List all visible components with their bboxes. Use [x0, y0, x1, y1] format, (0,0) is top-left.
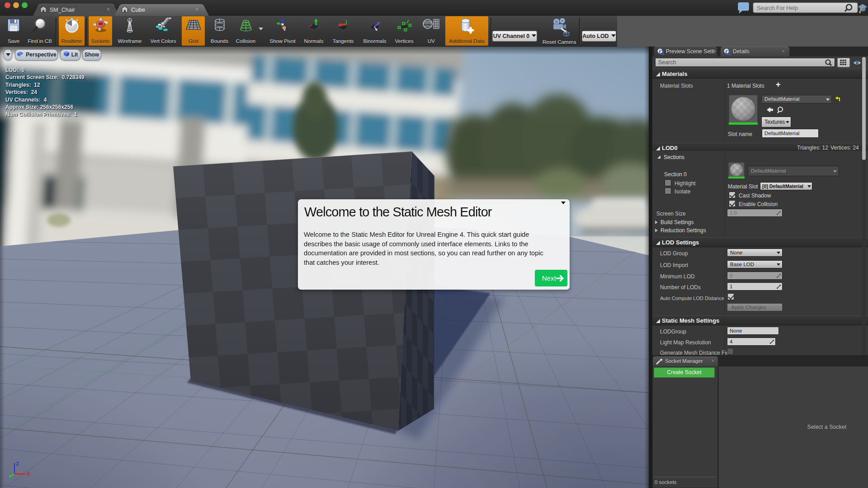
svg-text:Search For Help: Search For Help — [757, 5, 798, 11]
svg-text:Cube: Cube — [131, 6, 145, 13]
svg-text:Z: Z — [16, 461, 19, 466]
svg-text:×: × — [195, 6, 198, 13]
svg-text:SM_Chair: SM_Chair — [50, 7, 75, 13]
svg-text:×: × — [107, 6, 110, 13]
svg-text:X: X — [27, 472, 30, 477]
